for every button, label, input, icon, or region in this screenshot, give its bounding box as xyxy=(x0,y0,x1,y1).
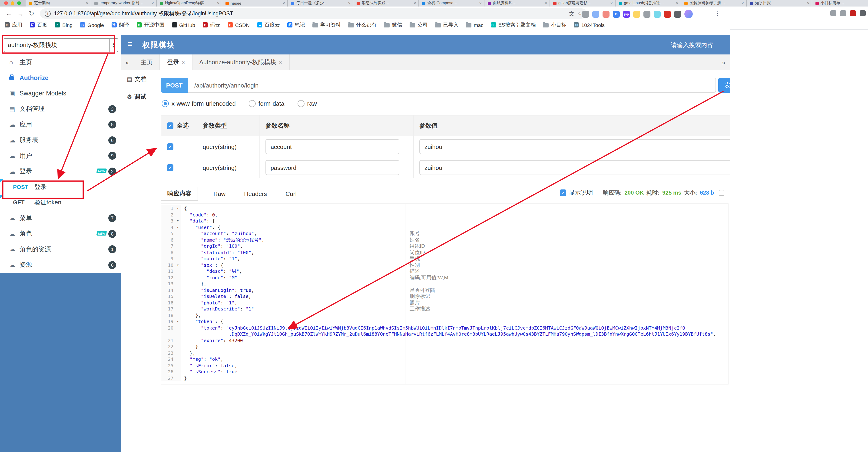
response-tab-Raw[interactable]: Raw xyxy=(207,188,231,199)
body-type-radio-form-data[interactable]: form-data xyxy=(249,100,284,107)
sidebar-item-角色[interactable]: ☁角色NEW8 xyxy=(0,226,121,242)
fold-icon[interactable]: ▾ xyxy=(175,262,181,268)
translate-icon[interactable]: 文 xyxy=(569,10,574,17)
sidebar-item-文档管理[interactable]: ▤文档管理3 xyxy=(0,101,121,117)
response-tab-响应内容[interactable]: 响应内容 xyxy=(161,187,198,201)
doc-nav-调试[interactable]: ⚙调试 xyxy=(121,88,156,106)
sidebar-item-用户[interactable]: ☁用户9 xyxy=(0,148,121,164)
extension-icon[interactable]: G xyxy=(613,10,620,18)
content-tab-Authorize-authority-权限模块[interactable]: Authorize-authority-权限模块× xyxy=(192,54,289,70)
browser-menu-icon[interactable]: ⋮ xyxy=(714,9,721,17)
browser-tab[interactable]: 芝士架构× xyxy=(26,0,91,6)
browser-tab[interactable]: Nginx/OpenResty详解…× xyxy=(157,0,222,6)
sidebar-item-菜单[interactable]: ☁菜单7 xyxy=(0,210,121,226)
content-tab-登录[interactable]: 登录× xyxy=(160,54,192,70)
param-value-input[interactable]: zuihou xyxy=(420,139,731,154)
sidebar-item-应用[interactable]: ☁应用5 xyxy=(0,117,121,133)
extension-icon[interactable] xyxy=(674,10,681,18)
tab-close-icon[interactable]: × xyxy=(86,1,88,6)
browser-tab[interactable]: 面试资料库…× xyxy=(485,0,550,6)
bookmark-item[interactable]: 什么都有 xyxy=(348,21,377,28)
extension-icon[interactable] xyxy=(592,10,599,18)
fold-icon[interactable]: ▾ xyxy=(175,205,181,211)
menu-toggle-icon[interactable]: ≡ xyxy=(127,39,132,49)
fold-icon[interactable]: ▾ xyxy=(175,318,181,325)
page-info-icon[interactable]: i xyxy=(44,10,51,17)
reload-icon[interactable]: ↻ xyxy=(29,9,34,18)
bookmark-item[interactable]: 已导入 xyxy=(435,21,458,28)
bookmark-item[interactable]: GitHub xyxy=(172,22,195,28)
browser-tab[interactable]: hasee× xyxy=(222,0,288,6)
param-name-input[interactable]: password xyxy=(266,160,399,175)
extension-icon[interactable] xyxy=(582,10,589,18)
checkbox-icon[interactable]: ✓ xyxy=(167,122,174,129)
tab-close-icon[interactable]: × xyxy=(182,60,185,65)
tabs-expand-icon[interactable]: » xyxy=(717,59,730,66)
tab-close-icon[interactable]: × xyxy=(676,1,678,6)
profile-avatar[interactable] xyxy=(684,10,693,18)
tab-close-icon[interactable]: × xyxy=(807,1,809,6)
body-type-radio-raw[interactable]: raw xyxy=(297,100,317,107)
browser-tab[interactable]: 知乎日报× xyxy=(747,0,812,6)
bookmark-item[interactable]: 百百度 xyxy=(30,21,48,28)
tab-close-icon[interactable]: × xyxy=(610,1,613,6)
extension-icon[interactable] xyxy=(654,10,661,18)
bookmark-item[interactable]: 101024Tools xyxy=(574,22,604,28)
fullscreen-icon[interactable] xyxy=(719,190,724,196)
show-description-toggle[interactable]: ✓ 显示说明 xyxy=(560,189,593,197)
project-select[interactable]: authority-权限模块 ▲▼ xyxy=(4,38,118,52)
sidebar-item-Swagger Models[interactable]: ▣Swagger Models xyxy=(0,86,121,101)
content-tab-主页[interactable]: 主页 xyxy=(133,54,160,70)
extension-icon[interactable] xyxy=(602,10,610,18)
sidebar-item-角色的资源[interactable]: ☁角色的资源1 xyxy=(0,242,121,257)
tab-close-icon[interactable]: × xyxy=(282,1,285,6)
bookmark-item[interactable]: ⊞应用 xyxy=(5,21,22,28)
bookmark-item[interactable]: CCSDN xyxy=(228,22,250,28)
bookmark-item[interactable]: C开源中国 xyxy=(136,21,164,28)
forward-icon[interactable]: → xyxy=(17,9,24,18)
extension-icon[interactable] xyxy=(664,10,671,18)
sidebar-api-GET-验证token[interactable]: GET验证token xyxy=(0,195,121,210)
tab-close-icon[interactable]: × xyxy=(413,1,416,6)
browser-tab[interactable]: gmail_push消息推送…× xyxy=(616,0,681,6)
bookmark-item[interactable]: 译翻译 xyxy=(111,21,129,28)
body-type-radio-x-www-form-urlencoded[interactable]: x-www-form-urlencoded xyxy=(162,100,236,107)
bookmark-star-icon[interactable]: ☆ xyxy=(578,10,582,17)
checkbox-icon[interactable]: ✓ xyxy=(560,190,566,196)
bookmark-item[interactable]: ☁百度云 xyxy=(257,21,280,28)
sidebar-item-服务表[interactable]: ☁服务表6 xyxy=(0,133,121,148)
minimize-window-icon[interactable] xyxy=(11,1,14,5)
fold-icon[interactable]: ▾ xyxy=(175,224,181,230)
window-controls[interactable] xyxy=(0,0,26,6)
browser-tab[interactable]: gitlab搭建与迁移…× xyxy=(550,0,616,6)
radio-icon[interactable] xyxy=(249,100,256,107)
select-stepper-icon[interactable]: ▲▼ xyxy=(109,39,118,52)
sidebar-item-登录[interactable]: ☁登录NEW2 xyxy=(0,164,121,179)
address-bar[interactable]: i 127.0.0.1:8760/api/gate/doc.html#/auth… xyxy=(40,8,587,19)
tabs-collapse-icon[interactable]: « xyxy=(121,59,133,66)
response-tab-Headers[interactable]: Headers xyxy=(238,188,273,199)
bookmark-item[interactable]: 笔笔记 xyxy=(287,21,305,28)
bookmark-item[interactable]: ESES搜索引擎文档 xyxy=(491,21,535,28)
browser-tab[interactable]: 全栈-Compose…× xyxy=(419,0,485,6)
maximize-window-icon[interactable] xyxy=(17,1,21,5)
tab-close-icon[interactable]: × xyxy=(217,1,219,6)
send-button[interactable]: 发送 xyxy=(718,78,731,93)
tab-close-icon[interactable]: × xyxy=(479,1,482,6)
tab-close-icon[interactable]: × xyxy=(545,1,547,6)
extension-icon[interactable]: jsp xyxy=(623,10,630,18)
param-name-input[interactable]: account xyxy=(266,139,399,154)
bookmark-item[interactable]: GGoogle xyxy=(80,22,104,28)
extension-icon[interactable] xyxy=(644,10,650,18)
close-window-icon[interactable] xyxy=(4,1,8,5)
radio-icon[interactable] xyxy=(297,100,304,107)
doc-nav-文档[interactable]: ▤文档 xyxy=(121,70,156,88)
bookmark-item[interactable]: G码云 xyxy=(203,21,220,28)
bookmark-item[interactable]: 学习资料 xyxy=(312,21,341,28)
bookmark-item[interactable]: 微信 xyxy=(384,21,402,28)
browser-tab[interactable]: 消息队列实践…× xyxy=(353,0,419,6)
url-text[interactable]: 127.0.0.1:8760/api/gate/doc.html#/author… xyxy=(54,10,566,17)
search-input[interactable]: 请输入搜索内容 xyxy=(671,41,713,49)
back-icon[interactable]: ← xyxy=(6,9,12,18)
tab-close-icon[interactable]: × xyxy=(741,1,744,6)
